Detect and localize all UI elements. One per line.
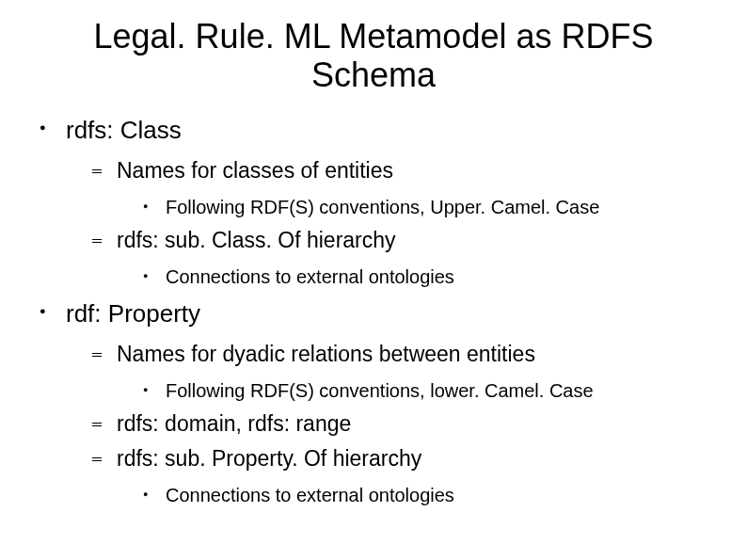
list-item: Connections to external ontologies: [143, 266, 719, 288]
item-label: Following RDF(S) conventions, Upper. Cam…: [166, 197, 599, 217]
bullet-list-level-3: Following RDF(S) conventions, lower. Cam…: [117, 380, 719, 402]
list-item: Names for classes of entities Following …: [92, 158, 719, 218]
bullet-list-level-2: Names for dyadic relations between entit…: [66, 342, 719, 506]
list-item: Names for dyadic relations between entit…: [92, 342, 719, 402]
item-label: rdfs: sub. Property. Of hierarchy: [117, 446, 421, 471]
list-item: rdfs: domain, rdfs: range: [92, 411, 719, 437]
bullet-list-level-1: rdfs: Class Names for classes of entitie…: [28, 116, 719, 506]
list-item: rdfs: Class Names for classes of entitie…: [40, 116, 719, 288]
bullet-list-level-2: Names for classes of entities Following …: [66, 158, 719, 288]
item-label: Connections to external ontologies: [166, 485, 454, 505]
item-label: rdfs: domain, rdfs: range: [117, 411, 351, 436]
slide-title: Legal. Rule. ML Metamodel as RDFS Schema: [28, 17, 719, 95]
bullet-list-level-3: Connections to external ontologies: [117, 485, 719, 506]
item-label: Names for classes of entities: [117, 158, 393, 183]
list-item: Following RDF(S) conventions, lower. Cam…: [143, 380, 719, 402]
item-label: rdfs: Class: [66, 116, 182, 144]
list-item: Connections to external ontologies: [143, 485, 719, 506]
item-label: rdf: Property: [66, 299, 200, 328]
list-item: rdfs: sub. Property. Of hierarchy Connec…: [92, 446, 719, 506]
item-label: Names for dyadic relations between entit…: [117, 342, 535, 366]
item-label: Connections to external ontologies: [166, 266, 454, 287]
bullet-list-level-3: Following RDF(S) conventions, Upper. Cam…: [117, 197, 719, 218]
slide: Legal. Rule. ML Metamodel as RDFS Schema…: [0, 0, 747, 560]
bullet-list-level-3: Connections to external ontologies: [117, 266, 719, 288]
list-item: rdfs: sub. Class. Of hierarchy Connectio…: [92, 228, 719, 288]
list-item: Following RDF(S) conventions, Upper. Cam…: [143, 197, 719, 218]
item-label: Following RDF(S) conventions, lower. Cam…: [166, 380, 594, 401]
item-label: rdfs: sub. Class. Of hierarchy: [117, 228, 396, 252]
list-item: rdf: Property Names for dyadic relations…: [40, 299, 719, 506]
